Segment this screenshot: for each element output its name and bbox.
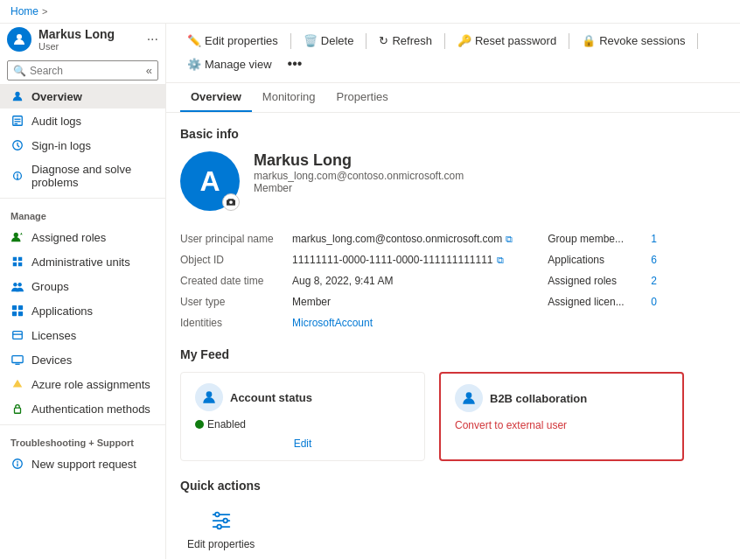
- group-value[interactable]: 1: [651, 233, 657, 245]
- person-icon: [10, 89, 24, 103]
- svg-point-36: [217, 525, 221, 529]
- licenses-icon: [10, 328, 24, 342]
- main-content: ✏️ Edit properties 🗑️ Delete ↻ Refresh 🔑…: [166, 24, 740, 559]
- nav-groups-label: Groups: [31, 280, 69, 293]
- sidebar: Markus Long User ··· 🔍 « Overview Audit …: [0, 24, 166, 559]
- licenses-right-label: Assigned licen...: [548, 296, 644, 308]
- profile-info: Markus Long markus_long.com@contoso.onmi…: [254, 151, 464, 194]
- nav-divider-1: [0, 198, 165, 199]
- apps-right-value[interactable]: 6: [651, 254, 657, 266]
- nav-azure-roles[interactable]: Azure role assignments: [0, 372, 165, 396]
- quick-action-edit-properties[interactable]: Edit properties: [180, 503, 262, 554]
- b2b-card-icon: [455, 384, 483, 412]
- nav-groups[interactable]: Groups: [0, 274, 165, 298]
- nav-applications-label: Applications: [31, 304, 93, 318]
- nav-overview[interactable]: Overview: [0, 84, 165, 108]
- quick-action-label: Edit properties: [187, 538, 255, 550]
- toolbar-sep-2: [366, 33, 367, 49]
- my-feed-section: My Feed Account status Enabled: [180, 347, 726, 461]
- toolbar-more-button[interactable]: •••: [281, 52, 310, 75]
- tab-monitoring[interactable]: Monitoring: [252, 83, 326, 112]
- svg-point-17: [17, 283, 21, 286]
- nav-support[interactable]: New support request: [0, 452, 165, 476]
- nav-devices-label: Devices: [31, 354, 72, 367]
- refresh-button[interactable]: ↻ Refresh: [372, 31, 439, 51]
- group-label: Group membe...: [548, 233, 644, 245]
- signin-icon: [10, 138, 24, 152]
- object-id-copy-icon[interactable]: ⧉: [497, 255, 504, 266]
- account-card-header: Account status: [195, 383, 410, 411]
- avatar-container: A: [180, 151, 240, 211]
- edit-icon: ✏️: [187, 34, 201, 47]
- search-box[interactable]: 🔍 «: [7, 60, 158, 80]
- support-section-label: Troubleshooting + Support: [0, 429, 165, 452]
- nav-assigned-roles[interactable]: Assigned roles: [0, 225, 165, 249]
- nav-auth-methods[interactable]: Authentication methods: [0, 396, 165, 421]
- account-card-icon: [195, 383, 223, 411]
- feed-cards: Account status Enabled Edit: [180, 372, 726, 461]
- reset-password-button[interactable]: 🔑 Reset password: [450, 31, 563, 51]
- convert-external-user-link[interactable]: Convert to external user: [455, 419, 668, 431]
- azure-icon: [10, 377, 24, 391]
- status-enabled-dot: [195, 420, 204, 429]
- nav-licenses-label: Licenses: [31, 329, 76, 342]
- delete-button[interactable]: 🗑️ Delete: [297, 31, 361, 51]
- manage-view-button[interactable]: ⚙️ Manage view: [180, 54, 279, 74]
- sliders-icon: [207, 507, 235, 535]
- svg-point-9: [17, 178, 18, 178]
- account-status-card: Account status Enabled Edit: [180, 372, 425, 461]
- edit-properties-button[interactable]: ✏️ Edit properties: [180, 31, 285, 51]
- created-label: Created date time: [180, 275, 285, 287]
- nav-audit-logs[interactable]: Audit logs: [0, 108, 165, 133]
- sidebar-user-name: Markus Long: [38, 27, 115, 41]
- breadcrumb-separator: >: [42, 6, 47, 17]
- svg-rect-24: [12, 356, 23, 363]
- svg-rect-13: [18, 257, 22, 261]
- nav-diagnose[interactable]: Diagnose and solve problems: [0, 158, 165, 194]
- avatar-camera-button[interactable]: [222, 193, 240, 211]
- content-area: Basic info A Markus Long markus_long.com…: [166, 113, 740, 559]
- svg-point-30: [466, 392, 472, 398]
- basic-info-title: Basic info: [180, 127, 726, 141]
- apps-row: Applications 6: [548, 249, 726, 270]
- svg-rect-19: [18, 305, 23, 310]
- sidebar-user-info: Markus Long User: [38, 27, 115, 52]
- collapse-icon[interactable]: «: [146, 64, 152, 77]
- profile-email: markus_long.com@contoso.onmicrosoft.com: [254, 170, 464, 182]
- roles-right-value[interactable]: 2: [651, 275, 657, 287]
- svg-rect-18: [12, 305, 17, 310]
- toolbar-sep-3: [444, 33, 445, 49]
- revoke-sessions-button[interactable]: 🔒 Revoke sessions: [575, 31, 692, 51]
- info-left-col: User principal name markus_long.com@cont…: [180, 228, 513, 333]
- nav-licenses[interactable]: Licenses: [0, 323, 165, 347]
- tab-properties[interactable]: Properties: [326, 83, 399, 112]
- user-type-label: User type: [180, 296, 285, 308]
- nav-applications[interactable]: Applications: [0, 298, 165, 323]
- search-input[interactable]: [30, 65, 143, 77]
- tab-overview[interactable]: Overview: [180, 83, 252, 112]
- nav-signin-logs[interactable]: Sign-in logs: [0, 133, 165, 158]
- svg-rect-15: [18, 262, 22, 266]
- nav-devices[interactable]: Devices: [0, 347, 165, 372]
- identities-value[interactable]: MicrosoftAccount: [292, 317, 373, 329]
- svg-rect-21: [18, 312, 23, 316]
- b2b-card-title: B2B collaboration: [490, 392, 587, 405]
- identities-row: Identities MicrosoftAccount: [180, 312, 513, 333]
- nav-admin-units[interactable]: Administrative units: [0, 249, 165, 274]
- sidebar-more-button[interactable]: ···: [147, 32, 165, 47]
- nav-overview-label: Overview: [31, 90, 82, 103]
- account-status: Enabled: [195, 418, 410, 430]
- svg-point-34: [215, 513, 220, 517]
- home-link[interactable]: Home: [10, 5, 38, 18]
- b2b-card: B2B collaboration Convert to external us…: [439, 372, 684, 461]
- licenses-right-value[interactable]: 0: [651, 296, 657, 308]
- refresh-icon: ↻: [379, 34, 388, 47]
- roles-right-label: Assigned roles: [548, 275, 644, 287]
- account-edit-link[interactable]: Edit: [195, 438, 410, 450]
- user-type-value: Member: [292, 296, 331, 308]
- upn-copy-icon[interactable]: ⧉: [506, 234, 513, 245]
- toolbar-sep-1: [290, 33, 291, 49]
- account-card-title: Account status: [230, 391, 312, 404]
- nav-support-label: New support request: [31, 458, 136, 471]
- audit-icon: [10, 114, 24, 128]
